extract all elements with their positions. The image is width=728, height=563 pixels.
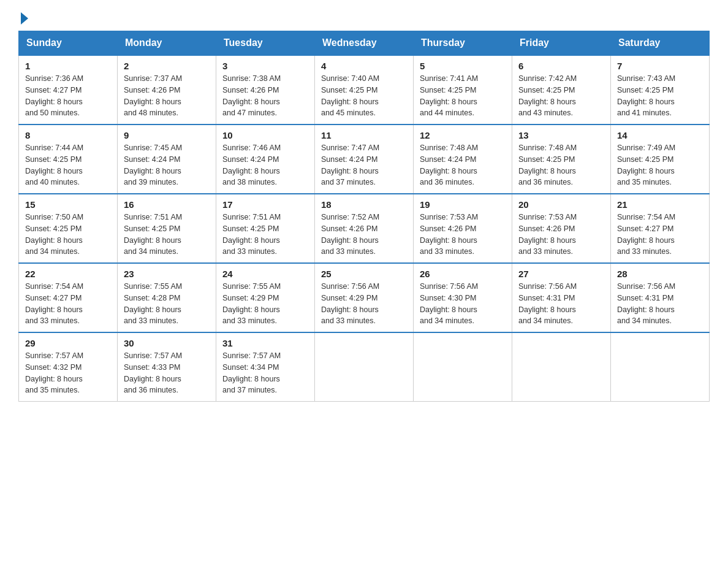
day-info: Sunrise: 7:54 AMSunset: 4:27 PMDaylight:…	[25, 281, 111, 327]
day-number: 16	[124, 199, 210, 210]
calendar-table: SundayMondayTuesdayWednesdayThursdayFrid…	[18, 31, 710, 402]
day-info: Sunrise: 7:53 AMSunset: 4:26 PMDaylight:…	[420, 212, 506, 258]
day-number: 22	[25, 269, 111, 279]
calendar-cell: 1Sunrise: 7:36 AMSunset: 4:27 PMDaylight…	[19, 55, 118, 124]
day-info: Sunrise: 7:45 AMSunset: 4:24 PMDaylight:…	[124, 142, 210, 188]
day-info: Sunrise: 7:37 AMSunset: 4:26 PMDaylight:…	[124, 73, 210, 119]
day-number: 26	[420, 269, 506, 279]
logo-blue-section	[18, 12, 28, 25]
calendar-cell: 29Sunrise: 7:57 AMSunset: 4:32 PMDayligh…	[19, 332, 118, 402]
calendar-cell: 16Sunrise: 7:51 AMSunset: 4:25 PMDayligh…	[118, 194, 216, 263]
day-number: 10	[222, 130, 308, 140]
day-number: 1	[25, 61, 111, 71]
day-info: Sunrise: 7:51 AMSunset: 4:25 PMDaylight:…	[124, 212, 210, 258]
day-number: 28	[617, 269, 703, 279]
day-info: Sunrise: 7:40 AMSunset: 4:25 PMDaylight:…	[321, 73, 407, 119]
calendar-cell: 17Sunrise: 7:51 AMSunset: 4:25 PMDayligh…	[216, 194, 315, 263]
day-info: Sunrise: 7:56 AMSunset: 4:29 PMDaylight:…	[321, 281, 407, 327]
calendar-cell: 15Sunrise: 7:50 AMSunset: 4:25 PMDayligh…	[19, 194, 118, 263]
day-info: Sunrise: 7:38 AMSunset: 4:26 PMDaylight:…	[222, 73, 308, 119]
calendar-cell	[512, 332, 611, 402]
weekday-header-wednesday: Wednesday	[315, 31, 414, 56]
day-number: 19	[420, 199, 506, 210]
calendar-cell: 11Sunrise: 7:47 AMSunset: 4:24 PMDayligh…	[315, 124, 414, 194]
day-number: 21	[617, 199, 703, 210]
day-info: Sunrise: 7:53 AMSunset: 4:26 PMDaylight:…	[518, 212, 604, 258]
day-number: 31	[222, 338, 308, 348]
day-number: 12	[420, 130, 506, 140]
calendar-cell: 26Sunrise: 7:56 AMSunset: 4:30 PMDayligh…	[414, 263, 512, 332]
day-info: Sunrise: 7:56 AMSunset: 4:31 PMDaylight:…	[617, 281, 703, 327]
weekday-header-sunday: Sunday	[19, 31, 118, 56]
day-number: 14	[617, 130, 703, 140]
day-info: Sunrise: 7:48 AMSunset: 4:24 PMDaylight:…	[420, 142, 506, 188]
calendar-cell: 27Sunrise: 7:56 AMSunset: 4:31 PMDayligh…	[512, 263, 611, 332]
day-number: 17	[222, 199, 308, 210]
day-number: 5	[420, 61, 506, 71]
calendar-cell: 4Sunrise: 7:40 AMSunset: 4:25 PMDaylight…	[315, 55, 414, 124]
calendar-cell	[611, 332, 710, 402]
calendar-cell: 7Sunrise: 7:43 AMSunset: 4:25 PMDaylight…	[611, 55, 710, 124]
logo	[18, 12, 28, 25]
day-info: Sunrise: 7:57 AMSunset: 4:34 PMDaylight:…	[222, 350, 308, 396]
calendar-cell	[414, 332, 512, 402]
calendar-cell: 5Sunrise: 7:41 AMSunset: 4:25 PMDaylight…	[414, 55, 512, 124]
day-number: 9	[124, 130, 210, 140]
weekday-header-tuesday: Tuesday	[216, 31, 315, 56]
day-info: Sunrise: 7:56 AMSunset: 4:31 PMDaylight:…	[518, 281, 604, 327]
weekday-header-monday: Monday	[118, 31, 216, 56]
day-info: Sunrise: 7:56 AMSunset: 4:30 PMDaylight:…	[420, 281, 506, 327]
day-info: Sunrise: 7:51 AMSunset: 4:25 PMDaylight:…	[222, 212, 308, 258]
day-info: Sunrise: 7:36 AMSunset: 4:27 PMDaylight:…	[25, 73, 111, 119]
day-number: 25	[321, 269, 407, 279]
calendar-cell: 25Sunrise: 7:56 AMSunset: 4:29 PMDayligh…	[315, 263, 414, 332]
day-number: 24	[222, 269, 308, 279]
day-number: 4	[321, 61, 407, 71]
calendar-cell: 10Sunrise: 7:46 AMSunset: 4:24 PMDayligh…	[216, 124, 315, 194]
day-info: Sunrise: 7:57 AMSunset: 4:32 PMDaylight:…	[25, 350, 111, 396]
day-info: Sunrise: 7:43 AMSunset: 4:25 PMDaylight:…	[617, 73, 703, 119]
calendar-cell: 28Sunrise: 7:56 AMSunset: 4:31 PMDayligh…	[611, 263, 710, 332]
day-number: 30	[124, 338, 210, 348]
calendar-cell: 9Sunrise: 7:45 AMSunset: 4:24 PMDaylight…	[118, 124, 216, 194]
calendar-cell: 8Sunrise: 7:44 AMSunset: 4:25 PMDaylight…	[19, 124, 118, 194]
logo-arrow-icon	[21, 12, 28, 25]
day-number: 13	[518, 130, 604, 140]
day-info: Sunrise: 7:46 AMSunset: 4:24 PMDaylight:…	[222, 142, 308, 188]
day-info: Sunrise: 7:52 AMSunset: 4:26 PMDaylight:…	[321, 212, 407, 258]
calendar-cell: 6Sunrise: 7:42 AMSunset: 4:25 PMDaylight…	[512, 55, 611, 124]
day-number: 27	[518, 269, 604, 279]
calendar-cell	[315, 332, 414, 402]
day-number: 11	[321, 130, 407, 140]
calendar-cell: 31Sunrise: 7:57 AMSunset: 4:34 PMDayligh…	[216, 332, 315, 402]
day-number: 23	[124, 269, 210, 279]
day-number: 29	[25, 338, 111, 348]
day-number: 7	[617, 61, 703, 71]
calendar-cell: 30Sunrise: 7:57 AMSunset: 4:33 PMDayligh…	[118, 332, 216, 402]
weekday-header-thursday: Thursday	[414, 31, 512, 56]
day-info: Sunrise: 7:42 AMSunset: 4:25 PMDaylight:…	[518, 73, 604, 119]
day-number: 18	[321, 199, 407, 210]
day-info: Sunrise: 7:47 AMSunset: 4:24 PMDaylight:…	[321, 142, 407, 188]
calendar-cell: 18Sunrise: 7:52 AMSunset: 4:26 PMDayligh…	[315, 194, 414, 263]
day-number: 3	[222, 61, 308, 71]
weekday-header-friday: Friday	[512, 31, 611, 56]
calendar-cell: 20Sunrise: 7:53 AMSunset: 4:26 PMDayligh…	[512, 194, 611, 263]
calendar-cell: 19Sunrise: 7:53 AMSunset: 4:26 PMDayligh…	[414, 194, 512, 263]
page-header	[18, 12, 710, 25]
day-info: Sunrise: 7:44 AMSunset: 4:25 PMDaylight:…	[25, 142, 111, 188]
day-number: 6	[518, 61, 604, 71]
day-number: 2	[124, 61, 210, 71]
day-info: Sunrise: 7:49 AMSunset: 4:25 PMDaylight:…	[617, 142, 703, 188]
day-info: Sunrise: 7:41 AMSunset: 4:25 PMDaylight:…	[420, 73, 506, 119]
day-info: Sunrise: 7:50 AMSunset: 4:25 PMDaylight:…	[25, 212, 111, 258]
day-number: 8	[25, 130, 111, 140]
day-info: Sunrise: 7:57 AMSunset: 4:33 PMDaylight:…	[124, 350, 210, 396]
calendar-cell: 14Sunrise: 7:49 AMSunset: 4:25 PMDayligh…	[611, 124, 710, 194]
day-info: Sunrise: 7:48 AMSunset: 4:25 PMDaylight:…	[518, 142, 604, 188]
calendar-cell: 3Sunrise: 7:38 AMSunset: 4:26 PMDaylight…	[216, 55, 315, 124]
calendar-cell: 23Sunrise: 7:55 AMSunset: 4:28 PMDayligh…	[118, 263, 216, 332]
day-number: 15	[25, 199, 111, 210]
calendar-cell: 21Sunrise: 7:54 AMSunset: 4:27 PMDayligh…	[611, 194, 710, 263]
weekday-header-saturday: Saturday	[611, 31, 710, 56]
